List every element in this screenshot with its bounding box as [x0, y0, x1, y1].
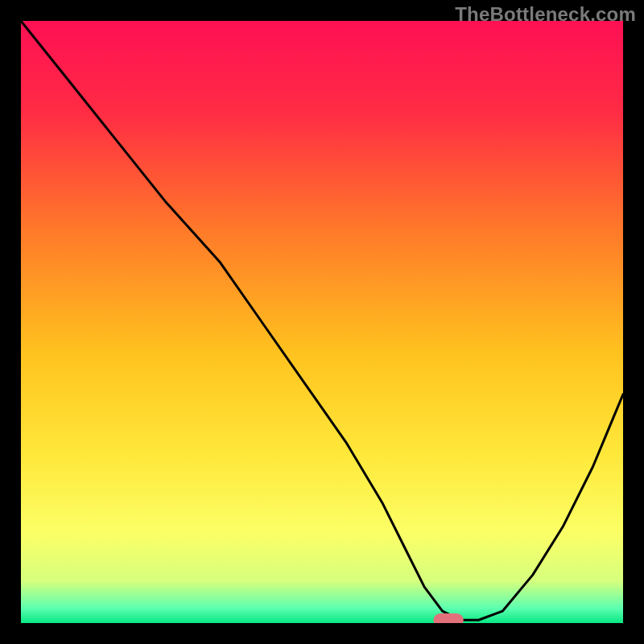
- chart-container: TheBottleneck.com: [0, 0, 644, 644]
- gradient-background: [21, 21, 623, 623]
- watermark-text: TheBottleneck.com: [455, 3, 636, 26]
- bottleneck-chart: [21, 21, 623, 623]
- optimal-point-marker: [433, 613, 463, 623]
